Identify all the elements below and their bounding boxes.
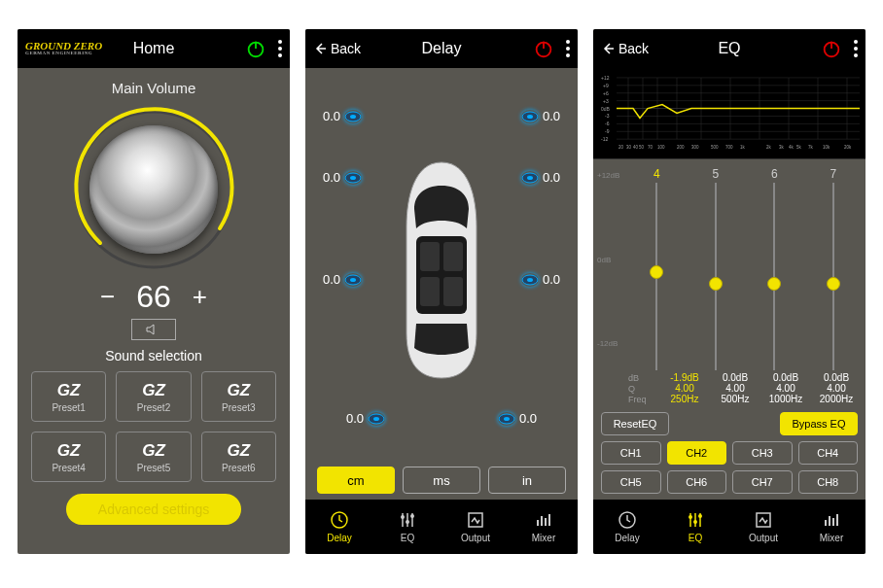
unit-in[interactable]: in: [488, 467, 566, 494]
svg-text:7k: 7k: [808, 145, 814, 150]
unit-ms[interactable]: ms: [403, 467, 480, 494]
svg-text:20: 20: [618, 145, 624, 150]
page-title: Delay: [422, 40, 462, 57]
svg-text:+9: +9: [603, 84, 609, 88]
band-5[interactable]: 5: [688, 167, 745, 370]
advanced-settings-button[interactable]: Advanced settings: [66, 494, 241, 525]
menu-icon[interactable]: [854, 40, 858, 57]
back-button[interactable]: Back: [313, 41, 361, 56]
svg-text:-6: -6: [605, 121, 610, 126]
channel-1[interactable]: CH1: [601, 441, 661, 465]
nav-delay[interactable]: Delay: [305, 500, 373, 554]
nav-eq[interactable]: EQ: [661, 500, 729, 554]
back-arrow-icon: [601, 42, 615, 55]
preset-4[interactable]: GZPreset4: [31, 432, 106, 482]
sliders-icon: [686, 510, 705, 530]
preset-3[interactable]: GZPreset3: [201, 371, 276, 422]
svg-point-90: [689, 515, 692, 519]
nav-output[interactable]: Output: [729, 500, 797, 554]
car-delay-diagram: 0.0 0.0 0.0 0.0 0.0 0.0 0.0 0.0: [317, 78, 566, 463]
nav-output[interactable]: Output: [442, 500, 510, 554]
svg-point-21: [527, 278, 533, 282]
svg-point-25: [504, 417, 510, 421]
output-icon: [466, 510, 485, 530]
preset-5[interactable]: GZPreset5: [116, 432, 191, 482]
svg-text:20k: 20k: [844, 145, 852, 150]
svg-rect-9: [443, 277, 463, 306]
power-icon[interactable]: [821, 38, 842, 59]
svg-point-91: [693, 520, 697, 524]
speaker-tr[interactable]: 0.0: [521, 109, 560, 123]
power-icon[interactable]: [533, 38, 554, 59]
nav-delay[interactable]: Delay: [593, 500, 661, 554]
svg-text:70: 70: [648, 145, 653, 150]
svg-rect-7: [443, 242, 463, 271]
volume-minus[interactable]: −: [100, 282, 115, 312]
preset-2[interactable]: GZPreset2: [116, 371, 191, 422]
channel-2[interactable]: CH2: [667, 441, 727, 465]
bypass-eq-button[interactable]: Bypass EQ: [780, 412, 858, 435]
volume-plus[interactable]: +: [193, 282, 207, 312]
channel-4[interactable]: CH4: [798, 441, 859, 465]
band-4[interactable]: 4: [628, 167, 686, 370]
svg-text:100: 100: [657, 145, 665, 150]
svg-text:10k: 10k: [823, 145, 830, 150]
power-icon[interactable]: [245, 38, 266, 59]
svg-text:2k: 2k: [766, 145, 772, 150]
volume-knob[interactable]: [66, 102, 241, 277]
nav-eq[interactable]: EQ: [373, 500, 442, 554]
channel-3[interactable]: CH3: [732, 441, 793, 465]
nav-mixer[interactable]: Mixer: [510, 500, 578, 554]
speaker-ml[interactable]: 0.0: [323, 170, 362, 185]
delay-screen: Back Delay 0.0 0.0 0.0 0.0 0.0: [305, 29, 578, 554]
svg-text:700: 700: [725, 145, 733, 150]
eq-graph[interactable]: +12+9+6+30dB-3-6-9-12 203040507010020030…: [593, 68, 865, 159]
svg-text:+6: +6: [603, 91, 609, 96]
channel-7[interactable]: CH7: [732, 470, 793, 494]
svg-point-23: [373, 417, 379, 421]
svg-text:3k: 3k: [779, 145, 785, 150]
menu-icon[interactable]: [278, 40, 282, 57]
svg-point-13: [527, 115, 533, 119]
svg-rect-8: [420, 277, 440, 306]
nav-mixer[interactable]: Mixer: [797, 500, 865, 554]
channel-6[interactable]: CH6: [667, 470, 727, 494]
svg-text:+3: +3: [603, 99, 609, 104]
svg-text:40: 40: [633, 145, 639, 150]
svg-text:200: 200: [677, 145, 685, 150]
eq-values: dB-1.9dB0.0dB0.0dB0.0dB Q4.004.004.004.0…: [624, 372, 865, 406]
speaker-br[interactable]: 0.0: [521, 272, 560, 287]
home-screen: GROUND ZERO GERMAN ENGINEERING Home Main…: [18, 29, 290, 554]
preset-6[interactable]: GZPreset6: [201, 432, 276, 482]
svg-text:-3: -3: [605, 114, 610, 119]
volume-value: 66: [136, 279, 171, 315]
speaker-mr[interactable]: 0.0: [521, 170, 560, 185]
menu-icon[interactable]: [566, 40, 570, 57]
channel-5[interactable]: CH5: [601, 470, 661, 494]
preset-1[interactable]: GZPreset1: [31, 371, 106, 422]
speaker-sr[interactable]: 0.0: [498, 411, 537, 426]
band-6[interactable]: 6: [746, 167, 803, 370]
svg-point-31: [406, 520, 409, 524]
unit-cm[interactable]: cm: [317, 467, 395, 494]
unit-selector: cm ms in: [317, 467, 566, 494]
mixer-icon: [534, 510, 553, 530]
channel-8[interactable]: CH8: [798, 470, 859, 494]
speaker-bl[interactable]: 0.0: [323, 272, 362, 287]
page-title: EQ: [718, 40, 740, 57]
back-button[interactable]: Back: [601, 41, 649, 56]
band-7[interactable]: 7: [805, 167, 863, 370]
speaker-sl[interactable]: 0.0: [346, 411, 385, 426]
svg-text:5k: 5k: [796, 145, 802, 150]
svg-point-15: [350, 176, 356, 180]
svg-text:0dB: 0dB: [601, 107, 611, 112]
topbar: Back Delay: [305, 29, 578, 68]
bottom-nav: Delay EQ Output Mixer: [593, 500, 865, 554]
brand-logo: GROUND ZERO GERMAN ENGINEERING: [25, 42, 102, 55]
reset-eq-button[interactable]: ResetEQ: [601, 412, 669, 435]
bottom-nav: Delay EQ Output Mixer: [305, 500, 578, 554]
mute-button[interactable]: [131, 319, 176, 340]
speaker-tl[interactable]: 0.0: [323, 109, 362, 123]
topbar: GROUND ZERO GERMAN ENGINEERING Home: [18, 29, 290, 68]
topbar: Back EQ: [593, 29, 865, 68]
